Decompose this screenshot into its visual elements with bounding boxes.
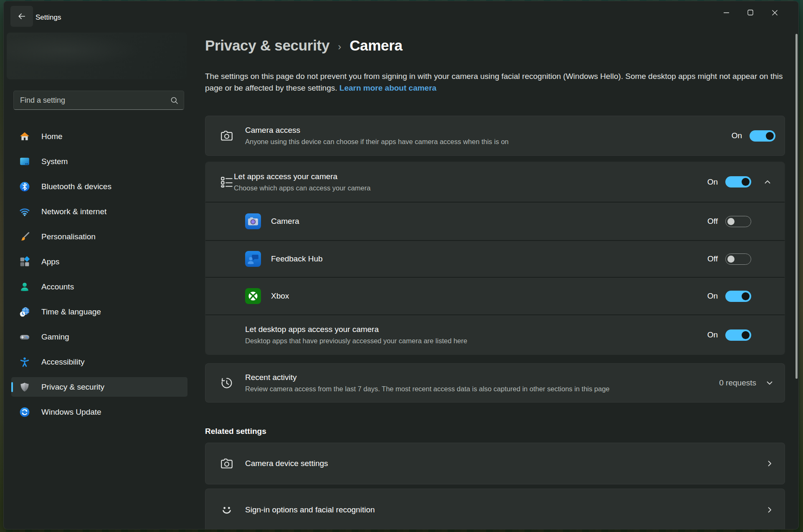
chevron-up-icon[interactable]	[763, 178, 772, 186]
sidebar-item-home[interactable]: Home	[11, 127, 187, 146]
sidebar-item-personalisation[interactable]: Personalisation	[11, 227, 187, 246]
app-row-camera: Camera Off	[205, 202, 785, 240]
breadcrumb: Privacy & security › Camera	[205, 37, 403, 54]
xbox-app-icon	[245, 288, 261, 304]
setting-title: Let desktop apps access your camera	[245, 325, 467, 334]
back-button[interactable]	[10, 6, 33, 27]
camera-device-settings-card[interactable]: Camera device settings	[205, 443, 785, 484]
recent-activity-card[interactable]: Recent activity Review camera access fro…	[205, 363, 785, 403]
back-arrow-icon	[17, 12, 26, 21]
sidebar-item-network[interactable]: Network & internet	[11, 202, 187, 221]
shield-icon	[19, 382, 30, 393]
setting-subtitle: Anyone using this device can choose if t…	[245, 138, 509, 146]
sidebar-nav: Home System Bluetooth & devices	[11, 127, 187, 427]
camera-outline-icon	[220, 456, 234, 471]
wifi-icon	[19, 206, 30, 217]
learn-more-link[interactable]: Learn more about camera	[339, 84, 436, 92]
sidebar-item-accounts[interactable]: Accounts	[11, 277, 187, 296]
toggle-state-label: Off	[707, 217, 718, 226]
accessibility-person-icon	[19, 357, 30, 367]
app-name: Xbox	[271, 291, 289, 301]
window-controls	[714, 4, 787, 21]
sidebar-item-gaming[interactable]: Gaming	[11, 327, 187, 347]
setting-title: Camera access	[245, 126, 509, 135]
sidebar-item-label: Gaming	[41, 332, 69, 342]
globe-clock-icon	[19, 307, 30, 317]
camera-access-card: Camera access Anyone using this device c…	[205, 116, 785, 156]
desktop-apps-toggle[interactable]	[725, 329, 751, 341]
sidebar-item-windows-update[interactable]: Windows Update	[11, 402, 187, 422]
related-settings-heading: Related settings	[205, 427, 266, 436]
toggle-state-label: On	[707, 330, 718, 339]
breadcrumb-separator-icon: ›	[338, 39, 341, 53]
sidebar-item-accessibility[interactable]: Accessibility	[11, 352, 187, 372]
camera-app-toggle[interactable]	[725, 216, 751, 227]
close-button[interactable]	[762, 4, 787, 21]
person-icon	[19, 281, 30, 292]
breadcrumb-parent[interactable]: Privacy & security	[205, 37, 329, 54]
bluetooth-icon	[19, 181, 30, 192]
home-icon	[19, 131, 30, 142]
sidebar-item-label: Personalisation	[41, 232, 96, 241]
history-clock-icon	[220, 376, 234, 390]
sidebar-item-label: Accessibility	[41, 357, 84, 367]
feedback-hub-toggle[interactable]	[725, 253, 751, 265]
desktop-apps-row: Let desktop apps access your camera Desk…	[205, 314, 785, 355]
search-icon	[170, 96, 179, 105]
minimize-button[interactable]	[714, 4, 738, 21]
sidebar-item-label: Windows Update	[41, 408, 101, 417]
sidebar-item-label: Network & internet	[41, 207, 106, 216]
toggle-state-label: On	[707, 291, 718, 301]
sidebar-item-apps[interactable]: Apps	[11, 252, 187, 271]
maximize-button[interactable]	[738, 4, 762, 21]
page-title: Camera	[350, 37, 403, 54]
app-grid-icon	[19, 256, 30, 267]
let-apps-access-group: Let apps access your camera Choose which…	[205, 162, 785, 355]
close-icon	[772, 10, 778, 16]
sign-in-options-card[interactable]: Sign-in options and facial recognition	[205, 489, 785, 529]
search-input[interactable]	[14, 91, 184, 109]
camera-app-icon	[245, 213, 261, 229]
maximize-icon	[747, 10, 753, 15]
app-row-xbox: Xbox On	[205, 277, 785, 314]
setting-title: Recent activity	[245, 373, 610, 382]
sidebar-item-label: Accounts	[41, 282, 74, 291]
let-apps-access-header[interactable]: Let apps access your camera Choose which…	[205, 162, 785, 202]
let-apps-toggle[interactable]	[725, 176, 751, 187]
vertical-scrollbar[interactable]	[795, 34, 798, 379]
app-name: Camera	[271, 217, 299, 226]
sidebar-item-system[interactable]: System	[11, 152, 187, 171]
window-title: Settings	[35, 13, 61, 22]
minimize-icon	[723, 10, 730, 16]
camera-access-toggle[interactable]	[750, 130, 775, 142]
toggle-state-label: On	[707, 177, 718, 187]
setting-title: Let apps access your camera	[234, 172, 370, 181]
account-banner[interactable]	[7, 33, 187, 79]
search-box	[13, 91, 184, 110]
smiley-face-icon	[220, 503, 234, 517]
recent-activity-count: 0 requests	[719, 378, 756, 388]
xbox-toggle[interactable]	[725, 291, 751, 302]
page-description-text: The settings on this page do not prevent…	[205, 72, 783, 92]
sidebar-item-label: Time & language	[41, 307, 101, 317]
camera-outline-icon	[220, 129, 234, 143]
sidebar-item-label: Home	[41, 132, 63, 141]
app-name: Feedback Hub	[271, 254, 323, 263]
feedback-hub-icon	[245, 251, 261, 267]
chevron-right-icon	[765, 506, 774, 514]
setting-title: Camera device settings	[245, 459, 328, 468]
laptop-icon	[19, 156, 30, 167]
toggle-state-label: On	[732, 131, 742, 140]
settings-window: Settings	[3, 1, 799, 529]
sidebar-item-label: Apps	[41, 257, 59, 266]
sidebar-item-privacy-security[interactable]: Privacy & security	[11, 377, 187, 397]
sidebar-item-time-language[interactable]: Time & language	[11, 302, 187, 322]
setting-subtitle: Review camera access from the last 7 day…	[245, 385, 610, 393]
chevron-down-icon[interactable]	[765, 379, 774, 387]
setting-subtitle: Choose which apps can access your camera	[234, 184, 370, 192]
sidebar-item-bluetooth[interactable]: Bluetooth & devices	[11, 177, 187, 196]
gamepad-icon	[19, 332, 30, 342]
apps-list-icon	[220, 175, 234, 189]
paintbrush-icon	[19, 231, 30, 242]
sidebar-item-label: Privacy & security	[41, 383, 104, 392]
